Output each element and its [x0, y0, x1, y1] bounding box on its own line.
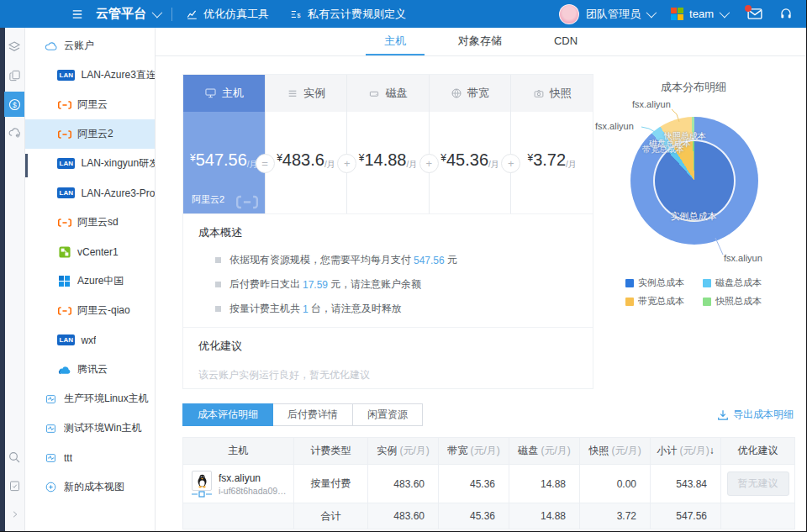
table-row[interactable]: fsx.aliyun i-uf68t6hada0933n7... 按量付费 48…	[183, 465, 795, 503]
card-value: 3.72	[533, 150, 566, 169]
table-footer-row: 合计 483.60 45.36 14.88 3.72 547.56	[183, 503, 795, 529]
team-name-label[interactable]: team	[689, 8, 714, 20]
legend-disk[interactable]: 磁盘总成本	[703, 277, 762, 289]
user-role-label[interactable]: 团队管理员	[586, 7, 641, 22]
chart-legend: 实例总成本 磁盘总成本 带宽总成本 快照总成本	[593, 277, 794, 308]
rail-resources-icon[interactable]	[4, 34, 24, 60]
download-icon	[717, 409, 729, 421]
chart-title: 成本分布明细	[593, 80, 794, 95]
host-name[interactable]: fsx.aliyun	[219, 471, 289, 485]
footer-snapshot: 3.72	[580, 503, 651, 529]
sidebar-item-azure-china[interactable]: Azure中国	[25, 266, 155, 296]
legend-snapshot[interactable]: 快照总成本	[703, 295, 762, 308]
lan-badge: LAN	[57, 334, 75, 345]
app-title: 云管平台	[96, 6, 146, 22]
col-bandwidth: 带宽 (元/月)	[439, 438, 509, 465]
cloud-icon	[44, 40, 58, 53]
chevron-down-icon[interactable]	[152, 8, 163, 18]
sidebar-item-aliyun[interactable]: 阿里云	[25, 90, 155, 119]
hamburger-icon[interactable]	[71, 8, 84, 20]
rail-audit-icon[interactable]	[4, 473, 24, 498]
topbar: 云管平台 优化仿真工具 $ 私有云计费规则定义 团队管理员 team	[0, 0, 806, 28]
svg-text:$: $	[13, 100, 17, 108]
sort-desc-icon: ↓	[709, 445, 715, 456]
col-subtotal-sortable[interactable]: 小计 (元/月)↓	[651, 438, 721, 465]
sidebar-item-aliyun-qiao[interactable]: 阿里云-qiao	[25, 296, 155, 325]
sidebar-item-cloud-accounts[interactable]: 云账户	[25, 31, 155, 61]
tab-cdn[interactable]: CDN	[535, 28, 596, 55]
legend-swatch	[625, 279, 634, 287]
cell-instance: 483.60	[368, 465, 439, 503]
no-advice-button[interactable]: 暂无建议	[727, 471, 789, 496]
sidebar: 云账户 LAN LAN-Azure3直连 阿里云 阿里云2 LAN LAN-xi…	[25, 28, 156, 532]
cell-disk: 14.88	[509, 465, 580, 503]
headset-icon[interactable]	[779, 8, 793, 20]
donut-chart: 快照总成本 磁盘总成本 带宽总成本 实例总成本 fsx.aliyun fsx.a…	[593, 98, 794, 319]
account-label: 阿里云2	[192, 193, 224, 206]
export-cost-detail-link[interactable]: 导出成本明细	[717, 408, 794, 422]
card-host[interactable]: 主机 ¥547.56/月 阿里云2	[183, 75, 265, 213]
detail-table-section: 成本评估明细 后付费详情 闲置资源 导出成本明细 主机	[182, 403, 794, 529]
card-value: 483.6	[282, 150, 324, 169]
rail-cost-icon[interactable]: $	[4, 92, 24, 117]
sidebar-item-lan-xingyun[interactable]: LAN LAN-xingyun研发	[25, 149, 155, 178]
sidebar-item-tencent-cloud[interactable]: 腾讯云	[25, 355, 155, 384]
main-area: 主机 对象存储 CDN 主机 ¥547.56/月	[156, 28, 806, 532]
lan-badge: LAN	[57, 158, 75, 169]
team-chevron-down-icon[interactable]	[720, 8, 731, 18]
overview-bullet: 按量计费主机共1台，请注意及时释放	[215, 297, 578, 321]
mail-icon[interactable]	[747, 8, 762, 20]
collapse-chevron-icon[interactable]	[4, 502, 24, 527]
outer-label-instance-host: fsx.aliyun	[724, 253, 762, 263]
equals-operator: =	[256, 154, 275, 173]
view-tab-postpaid[interactable]: 后付费详情	[272, 403, 353, 426]
aliyun-icon	[57, 98, 71, 112]
card-value: 14.88	[364, 150, 406, 169]
user-chevron-down-icon[interactable]	[646, 8, 657, 18]
optimization-suggestion: 优化建议 该云账户实例运行良好，暂无优化建议	[183, 327, 593, 388]
legend-swatch	[703, 279, 711, 287]
rail-documents-icon[interactable]	[4, 63, 24, 88]
tencent-cloud-icon	[57, 363, 71, 377]
suggestion-title: 优化建议	[198, 339, 578, 354]
sidebar-item-new-cost-view[interactable]: 新的成本视图	[25, 472, 155, 502]
tab-host[interactable]: 主机	[366, 28, 425, 55]
rail-search-icon[interactable]	[4, 445, 24, 470]
slice-label-bandwidth: 带宽总成本	[642, 144, 684, 155]
topology-connector-icon	[192, 491, 212, 498]
cell-subtotal: 543.84	[651, 465, 721, 503]
team-logo-icon	[671, 8, 683, 20]
sidebar-scrollbar-thumb[interactable]	[25, 154, 28, 177]
nav-billing-rules[interactable]: $ 私有云计费规则定义	[289, 7, 406, 22]
sidebar-item-lan-azure3-pro[interactable]: LAN LAN-Azure3-Pro...	[25, 178, 155, 208]
icon-rail: $	[0, 28, 25, 532]
disk-icon	[368, 88, 380, 99]
view-tab-cost-detail[interactable]: 成本评估明细	[182, 403, 273, 426]
card-disk[interactable]: + 磁盘 ¥14.88/月	[346, 75, 429, 213]
sidebar-item-wxf[interactable]: LAN wxf	[25, 325, 155, 355]
col-instance: 实例 (元/月)	[368, 438, 439, 465]
card-snapshot[interactable]: + 快照 ¥3.72/月	[510, 75, 593, 213]
sidebar-item-aliyun-sd[interactable]: 阿里云sd	[25, 208, 155, 237]
aliyun-icon	[57, 216, 71, 229]
sidebar-item-ttt[interactable]: ttt	[25, 443, 155, 472]
sidebar-item-vcenter1[interactable]: vCenter1	[25, 237, 155, 266]
aliyun-icon	[57, 304, 71, 318]
sidebar-item-lan-azure3[interactable]: LAN LAN-Azure3直连	[25, 61, 155, 90]
view-tab-idle-resources[interactable]: 闲置资源	[352, 403, 423, 426]
outer-label-bandwidth-host: fsx.aliyun	[632, 99, 671, 109]
rail-cloud-sync-icon[interactable]	[4, 120, 24, 145]
card-instance[interactable]: = 实例 ¥483.6/月	[265, 75, 347, 213]
footer-bandwidth: 45.36	[439, 503, 509, 529]
tab-object-storage[interactable]: 对象存储	[440, 28, 520, 55]
host-id: i-uf68t6hada0933n7...	[219, 486, 289, 496]
user-avatar[interactable]	[559, 4, 579, 24]
sidebar-item-linux-view[interactable]: 生产环境Linux主机	[25, 384, 155, 413]
card-bandwidth[interactable]: + 带宽 ¥45.36/月	[429, 75, 511, 213]
legend-bandwidth[interactable]: 带宽总成本	[625, 295, 684, 308]
nav-simulation-tool[interactable]: 优化仿真工具	[186, 7, 269, 22]
sidebar-item-aliyun2[interactable]: 阿里云2	[25, 119, 155, 149]
legend-instance[interactable]: 实例总成本	[625, 277, 684, 289]
azure-icon	[57, 275, 71, 288]
sidebar-item-win-view[interactable]: 测试环境Win主机	[25, 413, 155, 443]
